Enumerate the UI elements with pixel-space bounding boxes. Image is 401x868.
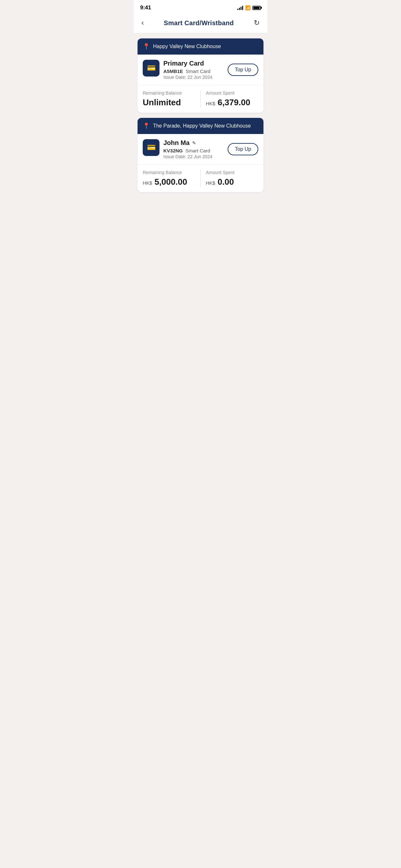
status-bar: 9:41 📶 [134,0,267,13]
main-content: 📍 Happy Valley New Clubhouse 💳 Primary C… [134,33,267,197]
card-section-primary: 📍 Happy Valley New Clubhouse 💳 Primary C… [137,38,264,113]
top-up-button-johnma[interactable]: Top Up [227,143,258,155]
card-id-primary: A5MB1E Smart Card [163,68,224,74]
card-info-johnma: 💳 John Ma ✎ KV32NG Smart Card Issue Date… [137,134,264,165]
card-issue-date-primary: Issue Date: 22 Jun 2024 [163,74,224,80]
card-issue-date-johnma: Issue Date: 22 Jun 2024 [163,154,224,159]
remaining-balance-label-johnma: Remaining Balance [143,170,195,175]
card-icon-wrap-primary: 💳 [143,60,159,76]
remaining-balance-johnma: Remaining Balance HK$ 5,000.00 [143,170,201,187]
location-name-primary: Happy Valley New Clubhouse [153,43,221,50]
location-header-primary: 📍 Happy Valley New Clubhouse [137,38,264,55]
location-pin-icon: 📍 [143,43,150,50]
remaining-balance-label-primary: Remaining Balance [143,90,195,96]
remaining-balance-primary: Remaining Balance Unlimited [143,90,201,107]
card-row-primary: 💳 Primary Card A5MB1E Smart Card Issue D… [143,60,258,80]
card-details-primary: Primary Card A5MB1E Smart Card Issue Dat… [163,60,224,80]
card-icon-johnma: 💳 [147,144,156,152]
status-icons: 📶 [237,5,261,10]
card-section-johnma: 📍 The Parade, Happy Valley New Clubhouse… [137,118,264,192]
remaining-balance-value-johnma: HK$ 5,000.00 [143,177,195,187]
nav-bar: ‹ Smart Card/Wristband ↻ [134,13,267,33]
card-icon-wrap-johnma: 💳 [143,139,159,156]
balance-section-primary: Remaining Balance Unlimited Amount Spent… [137,85,264,113]
card-details-johnma: John Ma ✎ KV32NG Smart Card Issue Date: … [163,139,224,159]
amount-spent-label-johnma: Amount Spent [206,170,258,175]
location-header-johnma: 📍 The Parade, Happy Valley New Clubhouse [137,118,264,134]
card-info-primary: 💳 Primary Card A5MB1E Smart Card Issue D… [137,55,264,85]
remaining-balance-value-primary: Unlimited [143,97,195,107]
edit-icon-johnma[interactable]: ✎ [192,141,196,146]
amount-spent-johnma: Amount Spent HK$ 0.00 [201,170,258,187]
signal-icon [237,5,243,10]
battery-icon [252,6,261,10]
back-button[interactable]: ‹ [140,18,145,28]
status-time: 9:41 [140,4,151,11]
amount-spent-value-johnma: HK$ 0.00 [206,177,258,187]
card-row-johnma: 💳 John Ma ✎ KV32NG Smart Card Issue Date… [143,139,258,159]
wifi-icon: 📶 [245,5,251,10]
balance-section-johnma: Remaining Balance HK$ 5,000.00 Amount Sp… [137,165,264,192]
amount-spent-label-primary: Amount Spent [206,90,258,96]
top-up-button-primary[interactable]: Top Up [227,64,258,76]
card-id-johnma: KV32NG Smart Card [163,148,224,153]
amount-spent-primary: Amount Spent HK$ 6,379.00 [201,90,258,107]
card-icon-primary: 💳 [147,64,156,72]
page-title: Smart Card/Wristband [164,20,234,27]
card-name-primary: Primary Card [163,60,224,67]
location-name-johnma: The Parade, Happy Valley New Clubhouse [153,123,251,129]
amount-spent-value-primary: HK$ 6,379.00 [206,97,258,107]
refresh-button[interactable]: ↻ [252,18,261,28]
card-name-johnma: John Ma ✎ [163,139,224,147]
location-pin-icon-johnma: 📍 [143,122,150,129]
